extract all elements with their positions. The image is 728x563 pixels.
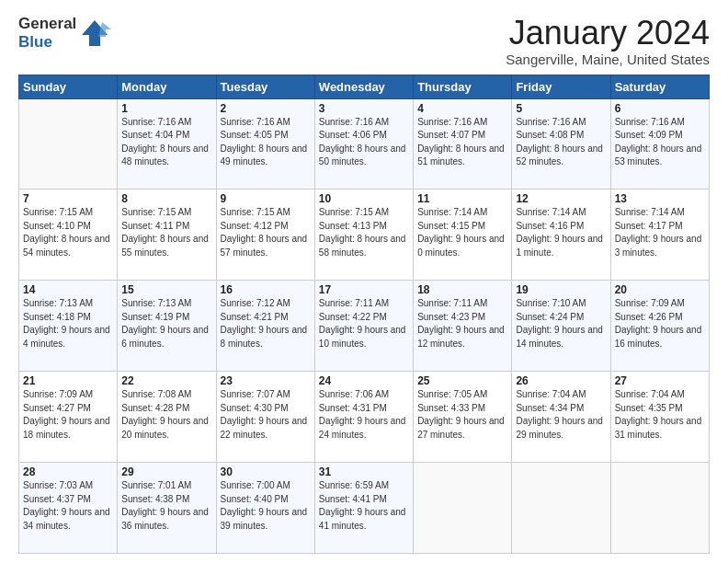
header-saturday: Saturday [610,75,709,98]
table-row [414,463,512,554]
day-info: Sunrise: 7:15 AMSunset: 4:12 PMDaylight:… [221,206,311,259]
weekday-header-row: Sunday Monday Tuesday Wednesday Thursday… [19,75,710,98]
day-number: 5 [516,102,606,115]
daylight-text: Daylight: 8 hours and 55 minutes. [121,234,209,258]
table-row: 11Sunrise: 7:14 AMSunset: 4:15 PMDayligh… [414,190,512,281]
calendar-subtitle: Sangerville, Maine, United States [506,52,710,67]
day-number: 21 [23,374,113,387]
day-number: 24 [319,374,409,387]
daylight-text: Daylight: 8 hours and 52 minutes. [516,144,603,167]
calendar-body: 1Sunrise: 7:16 AMSunset: 4:04 PMDaylight… [19,98,710,553]
daylight-text: Daylight: 9 hours and 8 minutes. [221,325,308,349]
day-number: 31 [319,465,409,478]
sunset-text: Sunset: 4:40 PM [221,494,289,504]
table-row: 3Sunrise: 7:16 AMSunset: 4:06 PMDaylight… [314,98,413,190]
daylight-text: Daylight: 9 hours and 36 minutes. [121,507,209,531]
day-info: Sunrise: 7:04 AMSunset: 4:35 PMDaylight:… [615,388,705,442]
table-row: 13Sunrise: 7:14 AMSunset: 4:17 PMDayligh… [610,190,709,281]
sunrise-text: Sunrise: 7:16 AM [516,117,586,127]
day-info: Sunrise: 7:03 AMSunset: 4:37 PMDaylight:… [23,479,113,533]
sunset-text: Sunset: 4:30 PM [221,403,289,413]
day-number: 3 [319,102,409,115]
daylight-text: Daylight: 9 hours and 24 minutes. [319,416,406,440]
day-info: Sunrise: 7:15 AMSunset: 4:10 PMDaylight:… [23,206,113,259]
calendar-week-row: 21Sunrise: 7:09 AMSunset: 4:27 PMDayligh… [19,372,710,463]
day-info: Sunrise: 7:16 AMSunset: 4:04 PMDaylight:… [121,116,211,169]
daylight-text: Daylight: 8 hours and 50 minutes. [319,144,406,167]
day-info: Sunrise: 7:13 AMSunset: 4:19 PMDaylight:… [121,297,211,350]
table-row: 8Sunrise: 7:15 AMSunset: 4:11 PMDaylight… [118,190,216,281]
table-row: 19Sunrise: 7:10 AMSunset: 4:24 PMDayligh… [512,281,610,372]
day-info: Sunrise: 7:16 AMSunset: 4:08 PMDaylight:… [516,116,606,169]
day-number: 9 [221,192,311,205]
sunrise-text: Sunrise: 7:16 AM [121,117,191,127]
sunrise-text: Sunrise: 6:59 AM [319,480,389,490]
day-info: Sunrise: 7:14 AMSunset: 4:16 PMDaylight:… [516,206,606,259]
table-row [610,463,709,554]
table-row: 7Sunrise: 7:15 AMSunset: 4:10 PMDaylight… [19,190,118,281]
table-row: 21Sunrise: 7:09 AMSunset: 4:27 PMDayligh… [19,372,118,463]
day-number: 11 [417,192,507,205]
sunset-text: Sunset: 4:34 PM [516,403,584,413]
day-info: Sunrise: 7:07 AMSunset: 4:30 PMDaylight:… [221,388,311,442]
day-number: 2 [221,102,311,115]
table-row: 1Sunrise: 7:16 AMSunset: 4:04 PMDaylight… [118,98,216,190]
table-row: 28Sunrise: 7:03 AMSunset: 4:37 PMDayligh… [19,463,118,554]
day-info: Sunrise: 7:15 AMSunset: 4:13 PMDaylight:… [319,206,409,259]
header-thursday: Thursday [414,75,512,98]
day-number: 23 [221,374,311,387]
table-row: 6Sunrise: 7:16 AMSunset: 4:09 PMDaylight… [610,98,709,190]
header-wednesday: Wednesday [314,75,413,98]
table-row: 27Sunrise: 7:04 AMSunset: 4:35 PMDayligh… [610,372,709,463]
sunset-text: Sunset: 4:09 PM [615,130,683,140]
sunrise-text: Sunrise: 7:15 AM [23,207,93,217]
calendar-week-row: 14Sunrise: 7:13 AMSunset: 4:18 PMDayligh… [19,281,710,372]
day-info: Sunrise: 7:16 AMSunset: 4:09 PMDaylight:… [615,116,705,169]
calendar-week-row: 28Sunrise: 7:03 AMSunset: 4:37 PMDayligh… [19,463,710,554]
day-number: 27 [615,374,705,387]
sunrise-text: Sunrise: 7:13 AM [23,298,93,308]
sunset-text: Sunset: 4:33 PM [417,403,485,413]
day-number: 22 [121,374,211,387]
day-info: Sunrise: 7:13 AMSunset: 4:18 PMDaylight:… [23,297,113,350]
sunset-text: Sunset: 4:12 PM [221,221,289,231]
sunset-text: Sunset: 4:22 PM [319,312,387,322]
day-number: 25 [417,374,507,387]
table-row: 24Sunrise: 7:06 AMSunset: 4:31 PMDayligh… [314,372,413,463]
calendar-week-row: 1Sunrise: 7:16 AMSunset: 4:04 PMDaylight… [19,98,710,190]
sunrise-text: Sunrise: 7:15 AM [121,207,191,217]
sunrise-text: Sunrise: 7:04 AM [615,389,685,399]
sunrise-text: Sunrise: 7:16 AM [417,117,487,127]
table-row: 23Sunrise: 7:07 AMSunset: 4:30 PMDayligh… [216,372,314,463]
page: General Blue January 2024 Sangerville, M… [0,0,728,563]
sunrise-text: Sunrise: 7:11 AM [319,298,389,308]
day-info: Sunrise: 7:01 AMSunset: 4:38 PMDaylight:… [121,479,211,533]
day-number: 1 [121,102,211,115]
day-number: 14 [23,283,113,296]
table-row: 20Sunrise: 7:09 AMSunset: 4:26 PMDayligh… [610,281,709,372]
day-info: Sunrise: 7:15 AMSunset: 4:11 PMDaylight:… [121,206,211,259]
table-row: 31Sunrise: 6:59 AMSunset: 4:41 PMDayligh… [314,463,413,554]
sunrise-text: Sunrise: 7:12 AM [221,298,290,308]
day-number: 8 [121,192,211,205]
sunset-text: Sunset: 4:31 PM [319,403,387,413]
sunset-text: Sunset: 4:19 PM [121,312,189,322]
table-row: 2Sunrise: 7:16 AMSunset: 4:05 PMDaylight… [216,98,314,190]
day-number: 12 [516,192,606,205]
day-info: Sunrise: 7:16 AMSunset: 4:06 PMDaylight:… [319,116,409,169]
daylight-text: Daylight: 9 hours and 39 minutes. [221,507,308,531]
daylight-text: Daylight: 8 hours and 53 minutes. [615,144,702,167]
sunset-text: Sunset: 4:23 PM [417,312,485,322]
daylight-text: Daylight: 9 hours and 0 minutes. [417,234,505,258]
table-row: 16Sunrise: 7:12 AMSunset: 4:21 PMDayligh… [216,281,314,372]
daylight-text: Daylight: 8 hours and 48 minutes. [121,144,209,167]
table-row: 26Sunrise: 7:04 AMSunset: 4:34 PMDayligh… [512,372,610,463]
table-row: 5Sunrise: 7:16 AMSunset: 4:08 PMDaylight… [512,98,610,190]
daylight-text: Daylight: 9 hours and 10 minutes. [319,325,406,349]
daylight-text: Daylight: 9 hours and 1 minute. [516,234,603,258]
sunset-text: Sunset: 4:26 PM [615,312,683,322]
day-info: Sunrise: 7:10 AMSunset: 4:24 PMDaylight:… [516,297,606,350]
sunrise-text: Sunrise: 7:16 AM [319,117,389,127]
day-info: Sunrise: 7:14 AMSunset: 4:17 PMDaylight:… [615,206,705,259]
daylight-text: Daylight: 9 hours and 4 minutes. [23,325,110,349]
